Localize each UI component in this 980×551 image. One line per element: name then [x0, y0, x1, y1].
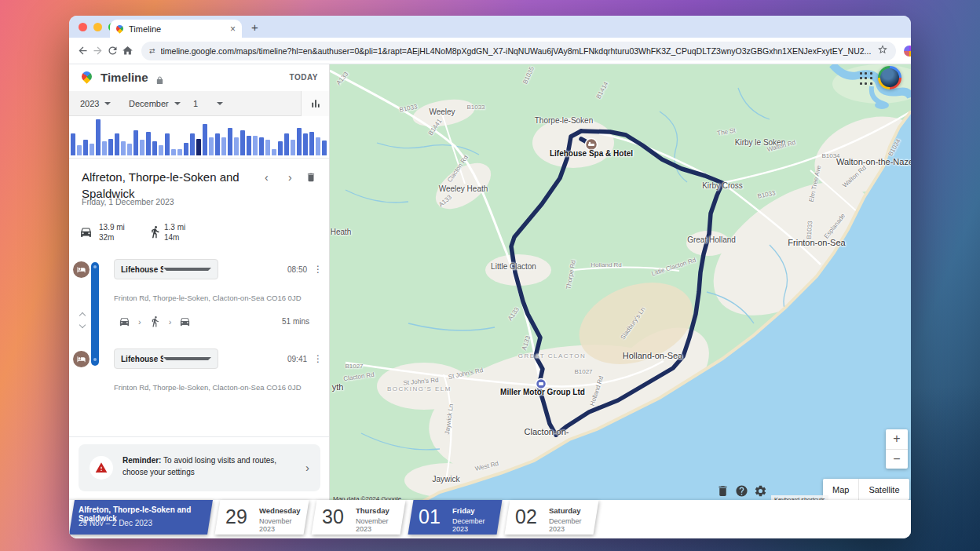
- chevron-right-icon[interactable]: ›: [305, 461, 309, 474]
- histogram-bar[interactable]: [165, 133, 170, 155]
- maps-pin-favicon: [115, 24, 125, 34]
- site-info-icon[interactable]: ⇄: [149, 47, 155, 55]
- histogram-toggle-button[interactable]: [301, 91, 329, 116]
- map-button[interactable]: Map: [823, 479, 859, 500]
- map[interactable]: A133B1033WeeleyB1033B1035B1441Clacton Rd…: [330, 64, 911, 500]
- chevron-up-icon[interactable]: [79, 312, 86, 319]
- map-label: Little Clacton Rd: [651, 257, 697, 278]
- previous-day-icon[interactable]: ‹: [265, 171, 269, 184]
- histogram-bar[interactable]: [203, 124, 207, 155]
- histogram-bar[interactable]: [171, 149, 176, 155]
- year-dropdown[interactable]: 2023: [80, 91, 111, 116]
- bookmark-star-icon[interactable]: [877, 44, 888, 58]
- map-label: B1441: [427, 118, 444, 137]
- day-card-01-selected[interactable]: 01 Friday December 2023: [411, 500, 499, 535]
- histogram-bar[interactable]: [322, 140, 327, 155]
- day-card-29[interactable]: 29 Wednesday November 2023: [218, 500, 306, 535]
- zoom-out-button[interactable]: −: [886, 450, 908, 469]
- chevron-right-icon: ›: [169, 317, 172, 327]
- extension-floret-icon[interactable]: [904, 42, 911, 60]
- histogram-bar[interactable]: [102, 141, 107, 155]
- map-profile-avatar[interactable]: [878, 66, 901, 89]
- forward-icon[interactable]: [92, 42, 104, 60]
- url-bar[interactable]: ⇄ timeline.google.com/maps/timeline?hl=e…: [141, 42, 896, 60]
- histogram-bar[interactable]: [127, 144, 132, 155]
- histogram-bar[interactable]: [77, 145, 82, 155]
- help-icon[interactable]: [735, 484, 748, 498]
- entry-menu-icon[interactable]: ⋮: [313, 264, 323, 275]
- histogram-bar[interactable]: [115, 133, 119, 155]
- next-day-icon[interactable]: ›: [288, 171, 292, 184]
- map-label: BOCKING'S ELM: [387, 385, 452, 392]
- histogram-bar[interactable]: [133, 130, 138, 155]
- histogram-bar[interactable]: [184, 143, 188, 155]
- satellite-button[interactable]: Satellite: [859, 479, 909, 500]
- map-label: B1033: [806, 221, 814, 239]
- histogram-bar[interactable]: [177, 149, 182, 155]
- histogram-bar[interactable]: [284, 133, 289, 155]
- new-tab-button[interactable]: +: [251, 20, 258, 34]
- histogram-bar[interactable]: [303, 133, 308, 155]
- histogram-bar[interactable]: [190, 133, 195, 155]
- histogram-bar[interactable]: [316, 137, 320, 155]
- histogram-bar[interactable]: [140, 140, 144, 155]
- day-card-02[interactable]: 02 Saturday December 2023: [507, 500, 596, 535]
- divider: [69, 436, 329, 437]
- reload-icon[interactable]: [107, 42, 119, 60]
- histogram-bar[interactable]: [291, 140, 295, 155]
- entry-menu-icon[interactable]: ⋮: [313, 353, 323, 364]
- map-label: Elm Tree Ave: [808, 165, 823, 203]
- histogram-bar[interactable]: [71, 133, 75, 155]
- histogram-bar[interactable]: [297, 128, 302, 155]
- minimize-window-button[interactable]: [93, 23, 102, 31]
- tab-strip: Timeline × +: [69, 16, 911, 38]
- day-dropdown[interactable]: 1: [193, 91, 223, 116]
- histogram-bar[interactable]: [90, 144, 94, 155]
- histogram-bar[interactable]: [234, 137, 239, 155]
- histogram-bar[interactable]: [159, 145, 163, 155]
- place-dropdown[interactable]: Lifehouse Spa & Hotel: [114, 259, 218, 279]
- histogram-bar[interactable]: [96, 119, 101, 155]
- map-label: Jaywick: [432, 475, 459, 483]
- browser-tab[interactable]: Timeline ×: [110, 20, 242, 38]
- hotel-icon: [73, 351, 90, 367]
- map-trash-icon[interactable]: [716, 484, 730, 498]
- histogram-bar[interactable]: [272, 149, 276, 155]
- collapse-controls[interactable]: [80, 313, 85, 327]
- histogram-bar[interactable]: [209, 137, 214, 155]
- visit-time: 09:41: [287, 355, 307, 363]
- map-label: Esplanade: [823, 212, 847, 239]
- histogram-bar[interactable]: [83, 140, 88, 155]
- histogram-bar[interactable]: [259, 137, 264, 155]
- histogram-bar[interactable]: [265, 140, 270, 155]
- histogram-bar[interactable]: [196, 139, 201, 155]
- histogram-bar[interactable]: [247, 136, 251, 155]
- today-button[interactable]: TODAY: [290, 73, 318, 82]
- place-dropdown[interactable]: Lifehouse Spa & Hotel: [114, 348, 218, 369]
- histogram-bar[interactable]: [228, 128, 232, 155]
- histogram-bar[interactable]: [152, 141, 157, 155]
- histogram-bar[interactable]: [121, 141, 126, 155]
- histogram-bar[interactable]: [240, 130, 245, 155]
- close-window-button[interactable]: [79, 23, 87, 31]
- histogram-bar[interactable]: [278, 141, 283, 155]
- map-settings-gear-icon[interactable]: [754, 484, 767, 498]
- delete-day-icon[interactable]: [305, 172, 316, 186]
- histogram-bar[interactable]: [108, 139, 113, 155]
- histogram-bar[interactable]: [146, 132, 151, 155]
- map-label: Jaywick Ln: [444, 403, 455, 435]
- reminder-banner[interactable]: Reminder: To avoid losing visits and rou…: [79, 444, 320, 491]
- back-icon[interactable]: [77, 42, 89, 60]
- day-card-30[interactable]: 30 Thursday November 2023: [314, 500, 403, 535]
- trip-summary-card[interactable]: Alfreton, Thorpe-le-Soken and Spaldwick …: [69, 500, 207, 535]
- zoom-in-button[interactable]: +: [886, 429, 908, 450]
- apps-grid-icon[interactable]: [860, 72, 873, 86]
- histogram-bar[interactable]: [221, 137, 226, 155]
- chevron-down-icon[interactable]: [79, 322, 86, 328]
- histogram-bar[interactable]: [253, 136, 258, 155]
- tab-close-icon[interactable]: ×: [230, 24, 236, 35]
- home-icon[interactable]: [122, 42, 133, 60]
- histogram-bar[interactable]: [215, 133, 220, 155]
- month-dropdown[interactable]: December: [129, 91, 181, 116]
- histogram-bar[interactable]: [309, 132, 314, 155]
